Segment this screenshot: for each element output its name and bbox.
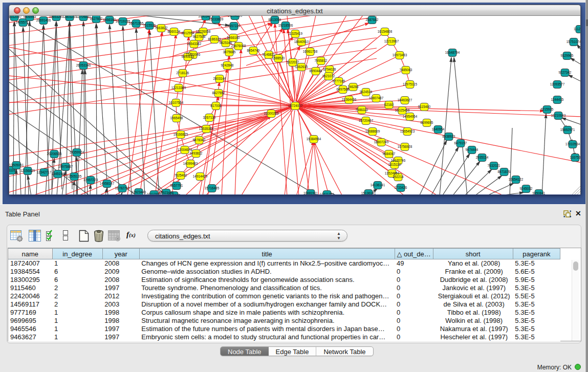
- svg-text:9684067: 9684067: [383, 152, 396, 156]
- svg-text:10654122: 10654122: [509, 178, 524, 181]
- svg-text:13505051: 13505051: [9, 163, 24, 167]
- svg-text:23300203: 23300203: [264, 112, 279, 115]
- svg-text:7955812: 7955812: [315, 59, 328, 62]
- svg-text:9890613: 9890613: [182, 55, 194, 58]
- svg-text:18640910: 18640910: [294, 40, 309, 43]
- svg-text:12975115: 12975115: [403, 82, 417, 86]
- svg-text:23676048: 23676048: [231, 44, 246, 48]
- svg-text:16107554: 16107554: [169, 101, 184, 104]
- svg-text:3911101: 3911101: [9, 168, 17, 172]
- svg-text:8427552: 8427552: [212, 91, 225, 95]
- svg-text:10807487: 10807487: [369, 96, 384, 100]
- svg-text:12156829: 12156829: [20, 169, 35, 172]
- svg-text:19218506: 19218506: [278, 24, 293, 27]
- svg-text:14914479: 14914479: [193, 174, 208, 178]
- svg-text:5878342: 5878342: [193, 138, 206, 142]
- svg-text:21364436: 21364436: [342, 98, 357, 101]
- svg-text:12093577: 12093577: [550, 82, 565, 86]
- svg-text:9806953: 9806953: [24, 16, 36, 18]
- svg-text:9777169: 9777169: [333, 79, 345, 83]
- svg-text:6699695: 6699695: [421, 121, 433, 124]
- svg-text:11704830: 11704830: [76, 16, 91, 18]
- svg-text:8471676: 8471676: [498, 170, 511, 173]
- svg-text:16120746: 16120746: [391, 159, 406, 162]
- svg-text:16648794: 16648794: [445, 51, 460, 54]
- svg-text:12411251: 12411251: [320, 192, 334, 195]
- svg-text:5322037: 5322037: [287, 60, 299, 64]
- svg-text:19384554: 19384554: [307, 137, 321, 141]
- svg-text:17004678: 17004678: [178, 148, 192, 151]
- svg-text:11325419: 11325419: [288, 32, 302, 35]
- svg-text:62160: 62160: [384, 103, 394, 106]
- svg-text:12803255: 12803255: [62, 16, 77, 18]
- svg-text:2935114: 2935114: [476, 156, 489, 159]
- svg-text:7515526: 7515526: [143, 24, 156, 27]
- svg-text:1112843: 1112843: [574, 27, 581, 31]
- svg-text:10719155: 10719155: [116, 19, 130, 23]
- svg-text:252214: 252214: [393, 175, 404, 179]
- svg-text:20206535: 20206535: [47, 152, 62, 156]
- svg-text:14136141: 14136141: [371, 183, 385, 187]
- svg-text:16782759: 16782759: [115, 186, 130, 190]
- svg-text:17010534: 17010534: [565, 142, 580, 146]
- svg-text:8813054: 8813054: [269, 18, 281, 21]
- svg-text:9245032: 9245032: [520, 187, 533, 190]
- svg-text:16961758: 16961758: [303, 50, 318, 53]
- svg-text:10025458: 10025458: [395, 108, 410, 112]
- svg-text:12213967: 12213967: [384, 39, 399, 43]
- svg-text:18312097: 18312097: [9, 16, 22, 18]
- svg-text:15136141: 15136141: [361, 191, 376, 195]
- svg-text:1965498: 1965498: [170, 116, 183, 120]
- svg-text:9474444: 9474444: [466, 148, 478, 151]
- svg-text:7625402: 7625402: [175, 173, 187, 177]
- svg-text:9227342: 9227342: [559, 71, 572, 74]
- svg-text:8938923: 8938923: [443, 135, 455, 138]
- svg-text:1621072: 1621072: [322, 74, 335, 78]
- svg-text:14204510: 14204510: [228, 16, 243, 17]
- svg-text:1588520: 1588520: [272, 56, 285, 60]
- svg-text:746266: 746266: [347, 85, 359, 89]
- svg-text:17957223: 17957223: [83, 178, 98, 182]
- svg-text:18724007: 18724007: [288, 104, 303, 107]
- svg-text:2387682: 2387682: [366, 18, 379, 21]
- svg-text:19166825: 19166825: [173, 133, 188, 136]
- svg-text:10210643: 10210643: [551, 114, 566, 117]
- svg-text:6794028: 6794028: [323, 68, 336, 71]
- svg-text:8990448: 8990448: [310, 69, 322, 73]
- svg-text:1640954: 1640954: [432, 127, 445, 131]
- svg-text:10973493: 10973493: [393, 53, 407, 57]
- svg-text:12213369: 12213369: [171, 86, 186, 90]
- svg-text:8660124: 8660124: [168, 30, 181, 33]
- svg-text:16033809: 16033809: [209, 17, 224, 21]
- svg-text:15720407: 15720407: [359, 119, 374, 122]
- svg-text:7986322: 7986322: [356, 108, 368, 112]
- svg-text:15751074: 15751074: [567, 40, 581, 43]
- svg-text:14954954: 14954954: [403, 115, 418, 118]
- svg-text:10881911: 10881911: [303, 191, 318, 195]
- svg-text:7663822: 7663822: [155, 26, 168, 30]
- svg-text:9115460: 9115460: [418, 105, 431, 108]
- svg-text:7357224: 7357224: [228, 24, 241, 28]
- svg-text:18807249: 18807249: [374, 140, 389, 144]
- svg-text:1493822: 1493822: [190, 151, 203, 155]
- svg-text:14958147: 14958147: [100, 182, 115, 185]
- svg-text:1345194: 1345194: [52, 172, 64, 176]
- svg-text:13654923: 13654923: [400, 129, 415, 133]
- svg-text:6479197: 6479197: [454, 141, 467, 145]
- svg-text:10688609: 10688609: [365, 129, 380, 133]
- svg-text:3267130: 3267130: [203, 116, 216, 119]
- svg-text:6466160: 6466160: [103, 18, 116, 21]
- svg-text:12923446: 12923446: [132, 190, 146, 194]
- svg-text:1527602: 1527602: [90, 17, 103, 20]
- svg-text:9350841: 9350841: [533, 191, 546, 195]
- svg-text:2718126: 2718126: [177, 71, 189, 75]
- svg-text:817006: 817006: [210, 104, 222, 107]
- svg-text:1615112: 1615112: [388, 163, 401, 166]
- svg-text:1362615: 1362615: [295, 65, 308, 69]
- svg-text:9329965: 9329965: [561, 54, 574, 57]
- svg-text:9657791: 9657791: [170, 184, 183, 187]
- svg-text:8454749: 8454749: [247, 49, 260, 52]
- svg-text:3875685: 3875685: [223, 50, 236, 54]
- svg-text:15692971: 15692971: [560, 128, 575, 132]
- svg-text:20691406: 20691406: [36, 18, 51, 22]
